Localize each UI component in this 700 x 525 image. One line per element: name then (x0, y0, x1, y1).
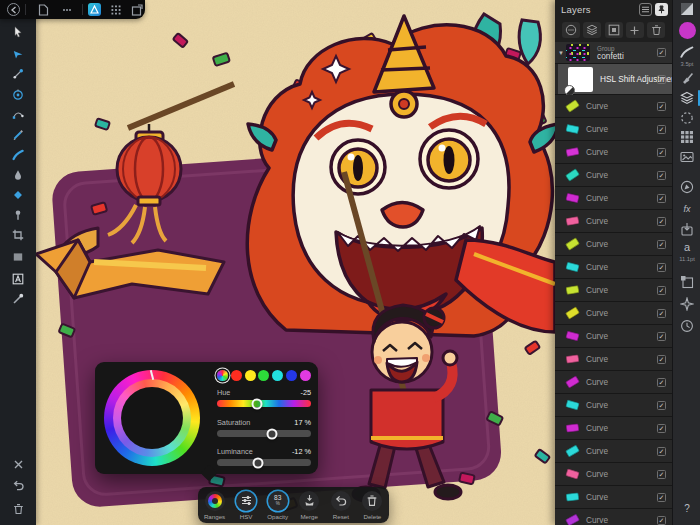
visibility-checkbox[interactable]: ✓ (657, 171, 666, 180)
saturation-slider-knob[interactable] (266, 428, 277, 439)
stock-panel-icon[interactable] (673, 150, 700, 164)
pen-tool[interactable] (0, 105, 36, 125)
hue-slider[interactable] (217, 400, 311, 407)
layer-row-curve[interactable]: Curve✓ (555, 371, 672, 393)
channel-swatch-red[interactable] (231, 370, 242, 381)
point-transform-tool[interactable] (0, 64, 36, 84)
visibility-checkbox[interactable]: ✓ (657, 48, 666, 57)
layer-row-curve[interactable]: Curve✓ (555, 279, 672, 301)
layer-row-curve[interactable]: Curve✓ (555, 509, 672, 525)
vector-persona-button[interactable] (87, 2, 102, 17)
visibility-checkbox[interactable]: ✓ (657, 447, 666, 456)
hue-color-wheel[interactable] (104, 370, 200, 466)
layer-options-list-button[interactable] (639, 3, 652, 16)
visibility-checkbox[interactable]: ✓ (657, 240, 666, 249)
colour-swatch-icon[interactable] (673, 2, 700, 16)
layer-mask-button[interactable] (605, 22, 623, 38)
navigator-panel-icon[interactable] (673, 180, 700, 194)
delete-button[interactable] (0, 499, 36, 519)
channel-swatch-master[interactable] (217, 370, 228, 381)
layer-row-curve[interactable]: Curve✓ (555, 233, 672, 255)
disclosure-triangle-icon[interactable]: ▼ (558, 50, 566, 56)
visibility-checkbox[interactable]: ✓ (657, 516, 666, 525)
reset-button[interactable]: Reset (326, 491, 356, 520)
channel-swatch-cyan[interactable] (272, 370, 283, 381)
visibility-checkbox[interactable]: ✓ (657, 309, 666, 318)
delete-button[interactable]: Delete (357, 491, 387, 520)
fx-panel-icon[interactable]: fx (673, 204, 700, 214)
crop-tool[interactable] (0, 225, 36, 245)
channel-swatch-magenta[interactable] (300, 370, 311, 381)
layer-row-curve[interactable]: Curve✓ (555, 187, 672, 209)
layer-row-curve[interactable]: Curve✓ (555, 394, 672, 416)
layer-stack-button[interactable] (583, 22, 601, 38)
layer-row-curve[interactable]: Curve✓ (555, 325, 672, 347)
visibility-checkbox[interactable]: ✓ (657, 102, 666, 111)
brush-tool[interactable] (0, 145, 36, 165)
current-colour-swatch[interactable] (673, 22, 700, 39)
layer-row-curve[interactable]: Curve✓ (555, 348, 672, 370)
layer-row-curve[interactable]: Curve✓ (555, 210, 672, 232)
swatches-panel-icon[interactable] (673, 130, 700, 144)
stroke-panel-icon[interactable] (673, 45, 700, 59)
visibility-checkbox[interactable]: ✓ (657, 194, 666, 203)
node-tool[interactable] (0, 44, 36, 64)
shape-tool[interactable] (0, 247, 36, 267)
pencil-tool[interactable] (0, 125, 36, 145)
text-tool[interactable] (0, 269, 36, 289)
document-button[interactable] (36, 2, 51, 17)
brushes-panel-icon[interactable] (673, 71, 700, 85)
visibility-checkbox[interactable]: ✓ (657, 263, 666, 272)
visibility-checkbox[interactable]: ✓ (657, 148, 666, 157)
layer-row-curve[interactable]: Curve✓ (555, 164, 672, 186)
layer-edit-options-button[interactable] (562, 22, 580, 38)
layer-row-curve[interactable]: Curve✓ (555, 463, 672, 485)
colour-picker-tool[interactable] (0, 289, 36, 309)
corner-tool[interactable] (0, 185, 36, 205)
layer-row-curve[interactable]: Curve✓ (555, 302, 672, 324)
layer-row-group-confetti[interactable]: ▼ Group confetti ✓ (555, 42, 672, 63)
layer-row-hsl-adjustment[interactable]: HSL Shift Adjustment ✓ (555, 64, 672, 94)
channel-swatch-green[interactable] (258, 370, 269, 381)
delete-layer-button[interactable] (647, 22, 665, 38)
rotate-tool[interactable] (0, 85, 36, 105)
ranges-button[interactable]: Ranges (200, 491, 230, 520)
place-tool[interactable] (0, 205, 36, 225)
layers-panel-icon[interactable] (673, 91, 700, 105)
visibility-checkbox[interactable]: ✓ (657, 470, 666, 479)
back-button[interactable] (6, 2, 21, 17)
visibility-checkbox[interactable]: ✓ (657, 424, 666, 433)
visibility-checkbox[interactable]: ✓ (657, 125, 666, 134)
undo-button[interactable] (0, 475, 36, 495)
cancel-button[interactable] (0, 454, 36, 474)
add-layer-button[interactable] (626, 22, 644, 38)
visibility-checkbox[interactable]: ✓ (657, 332, 666, 341)
more-button[interactable] (59, 2, 74, 17)
layer-row-curve[interactable]: Curve✓ (555, 118, 672, 140)
export-panel-icon[interactable] (673, 222, 700, 236)
visibility-checkbox[interactable]: ✓ (657, 286, 666, 295)
channel-swatch-blue[interactable] (286, 370, 297, 381)
visibility-checkbox[interactable]: ✓ (657, 75, 666, 84)
layer-row-curve[interactable]: Curve✓ (555, 95, 672, 117)
visibility-checkbox[interactable]: ✓ (657, 378, 666, 387)
visibility-checkbox[interactable]: ✓ (657, 355, 666, 364)
pin-panel-button[interactable] (655, 3, 668, 16)
layer-row-curve[interactable]: Curve✓ (555, 486, 672, 508)
typography-panel-icon[interactable]: a (673, 241, 700, 253)
layer-row-curve[interactable]: Curve✓ (555, 256, 672, 278)
selection-panel-icon[interactable] (673, 111, 700, 125)
layer-row-curve[interactable]: Curve✓ (555, 417, 672, 439)
transform-panel-icon[interactable] (673, 275, 700, 289)
fill-tool[interactable] (0, 165, 36, 185)
opacity-button[interactable]: 83%Opacity (263, 491, 293, 520)
visibility-checkbox[interactable]: ✓ (657, 217, 666, 226)
luminance-slider-knob[interactable] (253, 457, 264, 468)
visibility-checkbox[interactable]: ✓ (657, 493, 666, 502)
saturation-slider[interactable] (217, 430, 311, 437)
hue-slider-knob[interactable] (252, 398, 263, 409)
hsv-button[interactable]: HSV (231, 491, 261, 520)
pixel-persona-button[interactable] (108, 2, 123, 17)
luminance-slider[interactable] (217, 459, 311, 466)
layer-row-curve[interactable]: Curve✓ (555, 440, 672, 462)
